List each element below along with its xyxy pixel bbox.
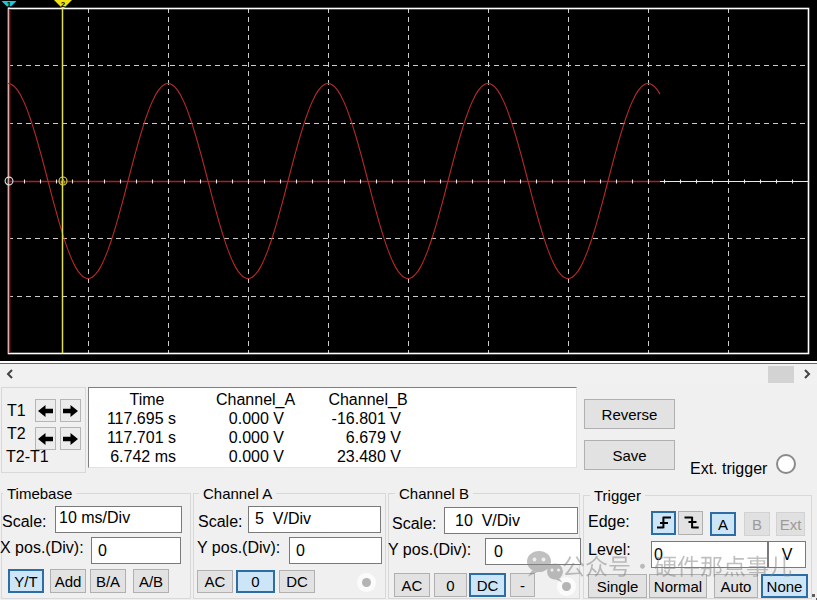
svg-text:1: 1	[7, 0, 12, 9]
svg-text:2: 2	[61, 0, 66, 9]
